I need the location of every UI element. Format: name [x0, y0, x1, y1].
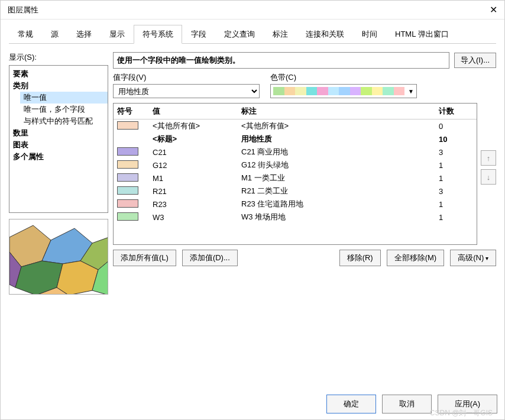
tree-node-multiattr[interactable]: 多个属性	[9, 151, 108, 163]
color-ramp-label: 色带(C)	[270, 72, 417, 83]
tab-8[interactable]: 连接和关联	[297, 25, 353, 44]
table-row[interactable]: C21C21 商业用地3	[114, 146, 477, 159]
symbol-swatch[interactable]	[117, 121, 138, 130]
tree-node-features[interactable]: 要素	[9, 68, 108, 80]
content-area: 显示(S): 要素 类别 唯一值 唯一值，多个字段 与样式中的符号匹配 数里 图…	[1, 44, 504, 303]
tab-5[interactable]: 字段	[182, 25, 215, 44]
remove-all-button[interactable]: 全部移除(M)	[387, 250, 445, 266]
symbol-swatch[interactable]	[117, 147, 138, 156]
remove-button[interactable]: 移除(R)	[339, 250, 381, 266]
col-count[interactable]: 计数	[435, 104, 477, 119]
right-column: 使用一个字段中的唯一值绘制类别。 导入(I)... 值字段(V) 用地性质 色带…	[113, 52, 496, 295]
window-title: 图层属性	[8, 5, 38, 15]
values-grid[interactable]: 符号 值 标注 计数 <其他所有值><其他所有值>0<标题>用地性质10C21C…	[113, 103, 477, 245]
tree-node-unique-multi[interactable]: 唯一值，多个字段	[20, 104, 108, 115]
show-label: 显示(S):	[9, 52, 108, 63]
import-button[interactable]: 导入(I)...	[454, 53, 496, 68]
symbol-swatch[interactable]	[117, 199, 138, 208]
move-down-button[interactable]: ↓	[481, 169, 496, 185]
apply-button[interactable]: 应用(A)	[438, 395, 497, 413]
table-row[interactable]: M1M1 一类工业1	[114, 172, 477, 185]
symbology-preview	[9, 219, 108, 295]
tab-0[interactable]: 常规	[9, 25, 42, 44]
chevron-down-icon: ▼	[408, 88, 414, 95]
tab-7[interactable]: 标注	[264, 25, 297, 44]
color-ramp-select[interactable]: ▼	[270, 84, 417, 98]
table-row[interactable]: G12G12 街头绿地1	[114, 159, 477, 172]
symbol-swatch[interactable]	[117, 173, 138, 182]
move-up-button[interactable]: ↑	[481, 150, 496, 166]
tree-node-unique-values[interactable]: 唯一值	[20, 92, 108, 104]
tree-node-match-style[interactable]: 与样式中的符号匹配	[20, 115, 108, 127]
show-tree[interactable]: 要素 类别 唯一值 唯一值，多个字段 与样式中的符号匹配 数里 图表 多个属性	[9, 65, 108, 213]
close-icon[interactable]: ✕	[490, 4, 497, 15]
tree-node-charts[interactable]: 图表	[9, 139, 108, 151]
table-row[interactable]: <其他所有值><其他所有值>0	[114, 119, 477, 133]
title-bar: 图层属性 ✕	[1, 1, 504, 20]
tab-strip: 常规源选择显示符号系统字段定义查询标注连接和关联时间HTML 弹出窗口	[9, 24, 496, 44]
tab-4[interactable]: 符号系统	[134, 25, 182, 44]
add-all-values-button[interactable]: 添加所有值(L)	[113, 250, 176, 266]
col-symbol[interactable]: 符号	[114, 104, 149, 119]
cancel-button[interactable]: 取消	[382, 395, 432, 413]
symbol-swatch[interactable]	[117, 212, 138, 221]
symbol-swatch[interactable]	[117, 160, 138, 169]
tree-node-quantities[interactable]: 数里	[9, 127, 108, 139]
tab-3[interactable]: 显示	[101, 25, 134, 44]
tab-9[interactable]: 时间	[353, 25, 386, 44]
tab-2[interactable]: 选择	[67, 25, 101, 44]
tab-6[interactable]: 定义查询	[215, 25, 264, 44]
tab-10[interactable]: HTML 弹出窗口	[386, 25, 458, 44]
table-row[interactable]: W3W3 堆场用地1	[114, 211, 477, 224]
description-text: 使用一个字段中的唯一值绘制类别。	[113, 52, 449, 69]
add-value-button[interactable]: 添加值(D)...	[182, 250, 238, 266]
table-row[interactable]: R23R23 住宅道路用地1	[114, 198, 477, 211]
preview-svg	[9, 219, 108, 295]
ok-button[interactable]: 确定	[326, 395, 376, 413]
value-field-label: 值字段(V)	[113, 72, 260, 83]
table-row[interactable]: <标题>用地性质10	[114, 133, 477, 146]
table-row[interactable]: R21R21 二类工业3	[114, 185, 477, 198]
advanced-button[interactable]: 高级(N)	[450, 250, 496, 266]
col-label[interactable]: 标注	[238, 104, 435, 119]
value-field-select[interactable]: 用地性质	[113, 84, 260, 98]
tree-node-categories[interactable]: 类别	[9, 80, 108, 92]
tab-1[interactable]: 源	[42, 25, 67, 44]
col-value[interactable]: 值	[149, 104, 238, 119]
symbol-swatch[interactable]	[117, 186, 138, 195]
left-column: 显示(S): 要素 类别 唯一值 唯一值，多个字段 与样式中的符号匹配 数里 图…	[9, 52, 108, 295]
dialog-footer: 确定 取消 应用(A)	[326, 395, 497, 413]
